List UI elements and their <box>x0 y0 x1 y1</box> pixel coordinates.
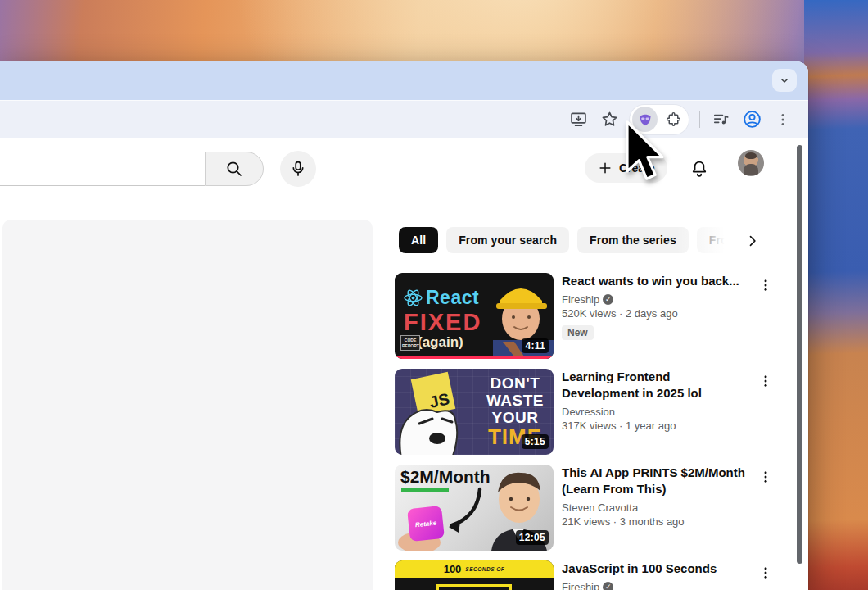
thumb-headline: FIXED <box>404 309 481 336</box>
channel-row[interactable]: Fireship ✓ <box>562 581 750 590</box>
bell-icon <box>689 158 710 179</box>
video-info: JavaScript in 100 Seconds Fireship ✓ <box>554 560 757 590</box>
toolbar-divider <box>699 111 700 128</box>
video-info: React wants to win you back... Fireship … <box>554 273 757 359</box>
channel-name: Devression <box>562 406 615 418</box>
video-menu-button[interactable] <box>757 465 775 551</box>
kebab-menu-icon <box>758 374 773 455</box>
watched-progress-bar <box>395 356 554 359</box>
video-thumbnail[interactable]: 100 SECONDS OF <box>395 560 554 590</box>
star-icon <box>600 110 619 129</box>
thumb-yellow-frame <box>436 584 512 590</box>
chip-from-your-search[interactable]: From your search <box>446 227 569 253</box>
voice-search-button[interactable] <box>280 151 316 187</box>
code-report-badge: CODE REPORT <box>400 335 420 351</box>
video-title[interactable]: Learning Frontend Development in 2025 lo… <box>562 369 750 402</box>
thumb-band-number: 100 <box>444 563 462 575</box>
duration-badge: 12:05 <box>516 530 549 545</box>
video-meta: 21K views · 3 months ago <box>562 515 750 528</box>
chip-truncated[interactable]: Fro <box>697 227 740 253</box>
channel-row[interactable]: Devression <box>562 406 750 418</box>
kebab-menu-icon <box>758 470 773 551</box>
download-to-device-icon <box>569 110 588 129</box>
channel-row[interactable]: Steven Cravotta <box>562 502 750 514</box>
browser-window: Create All From your search From the ser… <box>0 61 808 590</box>
video-row[interactable]: $2M/Month <box>395 465 775 551</box>
extensions-menu-button[interactable] <box>665 111 682 128</box>
youtube-page: Create All From your search From the ser… <box>0 138 808 590</box>
channel-name: Fireship <box>562 293 599 306</box>
video-player-placeholder <box>2 220 373 590</box>
chip-from-the-series[interactable]: From the series <box>577 227 689 253</box>
search-icon <box>224 159 244 179</box>
chips-scroll-next-button[interactable] <box>742 230 763 252</box>
video-title[interactable]: JavaScript in 100 Seconds <box>562 560 750 577</box>
scrollbar-thumb[interactable] <box>797 145 802 564</box>
video-meta: 520K views · 2 days ago <box>562 307 750 320</box>
kebab-menu-icon <box>775 111 791 128</box>
video-title[interactable]: React wants to win you back... <box>562 273 750 289</box>
channel-name: Fireship <box>562 581 599 590</box>
video-title[interactable]: This AI App PRINTS $2M/Month (Learn From… <box>562 465 750 497</box>
thumb-line: DON'T <box>486 374 544 392</box>
curved-arrow-graphic <box>442 486 485 535</box>
video-info: This AI App PRINTS $2M/Month (Learn From… <box>554 465 757 551</box>
video-thumbnail[interactable]: JS DON'T WASTE YOUR TIME <box>395 369 554 455</box>
search-bar <box>0 152 264 186</box>
video-row[interactable]: JS DON'T WASTE YOUR TIME <box>395 369 775 455</box>
video-menu-button[interactable] <box>757 273 775 359</box>
thumb-line: YOUR <box>486 409 544 426</box>
channel-row[interactable]: Fireship ✓ <box>562 293 750 306</box>
filter-chips-row: All From your search From the series Fro <box>399 227 775 253</box>
tab-search-button[interactable] <box>772 69 797 92</box>
app-icon-graphic: Retake <box>407 506 445 542</box>
tab-strip <box>0 61 808 100</box>
playlist-music-icon <box>712 110 730 129</box>
browser-profile-button[interactable] <box>741 109 762 130</box>
related-videos-column: All From your search From the series Fro <box>395 227 775 253</box>
video-menu-button[interactable] <box>757 369 775 455</box>
kebab-menu-icon <box>758 565 773 590</box>
search-input[interactable] <box>0 152 205 186</box>
thumb-line: WASTE <box>486 392 544 409</box>
video-info: Learning Frontend Development in 2025 lo… <box>554 369 757 455</box>
chevron-right-icon <box>744 233 761 249</box>
browser-toolbar <box>0 100 808 138</box>
thumb-headline: $2M/Month <box>400 467 491 487</box>
notifications-button[interactable] <box>688 157 711 180</box>
thumb-subtext: (again) <box>418 334 463 351</box>
kebab-menu-icon <box>758 278 773 359</box>
account-avatar[interactable] <box>738 150 764 176</box>
save-page-button[interactable] <box>567 109 589 130</box>
desktop-wallpaper-right <box>804 0 868 590</box>
thumb-brand-text: React <box>426 287 479 309</box>
browser-menu-button[interactable] <box>772 109 793 130</box>
video-menu-button[interactable] <box>757 560 775 590</box>
mouse-cursor-arrow <box>625 120 667 189</box>
react-atom-icon <box>403 288 423 308</box>
video-thumbnail[interactable]: React FIXED (again) CODE REPORT <box>395 273 554 359</box>
search-button[interactable] <box>205 152 264 186</box>
video-row[interactable]: 100 SECONDS OF JavaScript in 100 Seconds… <box>395 560 775 590</box>
chevron-down-icon <box>778 74 791 87</box>
duration-badge: 4:11 <box>522 338 549 353</box>
video-meta: 317K views · 1 year ago <box>562 420 750 432</box>
video-row[interactable]: React FIXED (again) CODE REPORT <box>395 273 775 359</box>
verified-badge-icon: ✓ <box>603 582 613 590</box>
profile-avatar-icon <box>742 109 762 129</box>
bookmark-button[interactable] <box>599 109 620 130</box>
thumb-band-text: SECONDS OF <box>465 566 504 572</box>
puzzle-piece-icon <box>665 111 682 128</box>
video-thumbnail[interactable]: $2M/Month <box>395 465 554 551</box>
chip-all[interactable]: All <box>399 227 438 253</box>
microphone-icon <box>288 159 308 179</box>
channel-name: Steven Cravotta <box>562 502 638 514</box>
verified-badge-icon: ✓ <box>603 294 613 305</box>
media-controls-button[interactable] <box>710 109 731 130</box>
angry-meme-face-graphic <box>395 388 481 455</box>
plus-icon <box>597 160 613 176</box>
duration-badge: 5:15 <box>522 434 549 449</box>
new-badge: New <box>562 325 594 340</box>
